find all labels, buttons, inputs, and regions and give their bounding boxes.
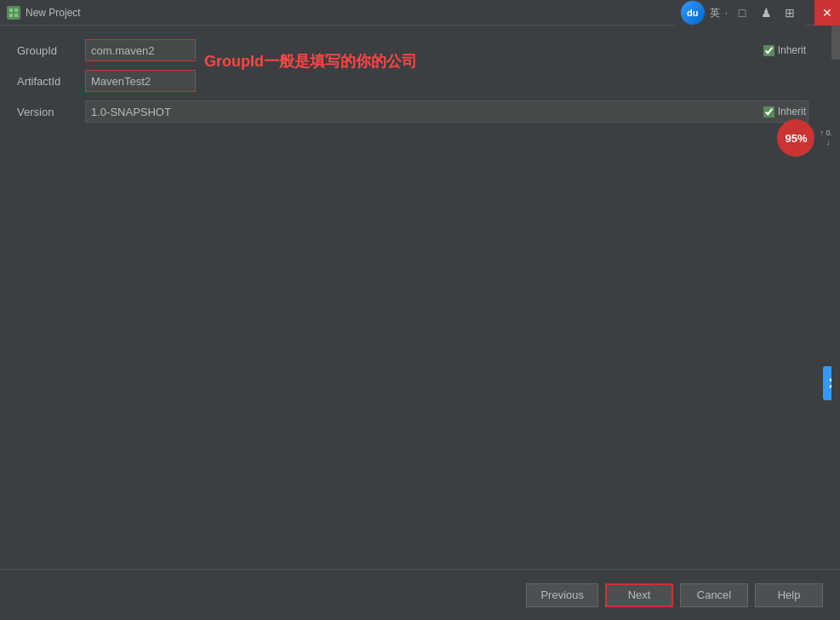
groupid-inherit-label: Inherit	[778, 44, 806, 56]
window-title: New Project	[26, 7, 81, 19]
app-icon	[7, 6, 20, 20]
groupid-input[interactable]	[85, 39, 196, 61]
taskbar-icon-2[interactable]: ♟	[757, 3, 775, 22]
svg-rect-1	[14, 9, 18, 12]
du-icon[interactable]: du	[681, 1, 705, 25]
taskbar-overlay: du 英 · □ ♟ ⊞	[674, 0, 806, 26]
scrollbar[interactable]	[831, 26, 840, 569]
artifactid-label: ArtifactId	[17, 75, 85, 88]
main-content: GroupId GroupId一般是填写的你的公司 Inherit Artifa…	[0, 26, 840, 145]
progress-badge: 95% ↑ 0.0 ↓	[777, 119, 840, 157]
bottom-bar: Previous Next Cancel Help	[0, 569, 840, 620]
previous-button[interactable]: Previous	[526, 583, 598, 607]
scrollbar-thumb[interactable]	[831, 26, 840, 60]
groupid-inherit-checkbox[interactable]	[763, 45, 774, 56]
version-inherit: Inherit	[763, 106, 806, 118]
groupid-inherit: Inherit	[763, 44, 806, 56]
groupid-row: GroupId GroupId一般是填写的你的公司 Inherit	[17, 39, 823, 61]
artifactid-input[interactable]	[85, 70, 196, 92]
groupid-annotation: GroupId一般是填写的你的公司	[204, 51, 417, 72]
version-inherit-checkbox[interactable]	[763, 106, 774, 118]
down-arrow: ↓	[826, 138, 831, 147]
svg-rect-3	[14, 14, 18, 17]
taskbar-icon-1[interactable]: □	[733, 3, 751, 22]
badge-circle: 95%	[777, 119, 814, 157]
close-button[interactable]: ✕	[814, 0, 840, 26]
version-inherit-label: Inherit	[778, 106, 806, 118]
groupid-label: GroupId	[17, 44, 85, 57]
artifactid-row: ArtifactId	[17, 70, 823, 92]
svg-rect-2	[9, 14, 13, 17]
dot-label: ·	[725, 7, 728, 19]
svg-rect-0	[9, 9, 13, 12]
lang-label[interactable]: 英	[710, 6, 720, 20]
taskbar-icon-3[interactable]: ⊞	[780, 3, 799, 22]
title-bar: New Project du 英 · □ ♟ ⊞ ─ □ ✕	[0, 0, 840, 26]
help-button[interactable]: Help	[755, 583, 823, 607]
version-label: Version	[17, 106, 85, 118]
cancel-button[interactable]: Cancel	[680, 583, 748, 607]
version-input[interactable]	[85, 100, 809, 123]
next-button[interactable]: Next	[605, 583, 673, 607]
version-row: Version Inherit	[17, 100, 823, 123]
